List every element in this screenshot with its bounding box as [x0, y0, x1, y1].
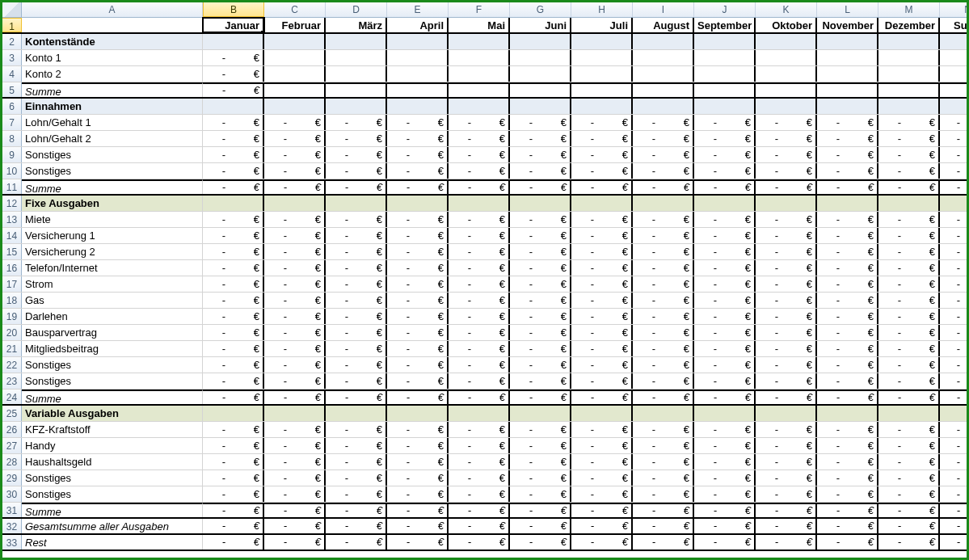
cell-K1[interactable]: Oktober: [756, 18, 817, 32]
row-label-30[interactable]: Sonstiges: [22, 486, 203, 502]
cell-D10[interactable]: -€: [326, 163, 387, 179]
row-header-19[interactable]: 19: [2, 309, 22, 324]
cell-J24[interactable]: -€: [694, 389, 756, 404]
cell-H10[interactable]: -€: [571, 163, 633, 179]
cell-L33[interactable]: -€: [817, 535, 878, 549]
section-title-12[interactable]: Fixe Ausgaben: [22, 196, 203, 211]
cell-H13[interactable]: -€: [571, 212, 633, 227]
cell-H14[interactable]: -€: [571, 228, 633, 243]
cell-E16[interactable]: -€: [387, 260, 449, 276]
cell-E6[interactable]: [387, 99, 449, 114]
row-header-20[interactable]: 20: [2, 325, 22, 340]
cell-E33[interactable]: -€: [387, 535, 449, 549]
cell-F22[interactable]: -€: [449, 357, 510, 373]
cell-N12[interactable]: [940, 196, 969, 211]
cell-L19[interactable]: -€: [817, 309, 878, 324]
cell-B19[interactable]: -€: [203, 309, 264, 324]
cell-D28[interactable]: -€: [326, 454, 387, 469]
cell-M33[interactable]: -€: [878, 535, 940, 549]
cell-I21[interactable]: -€: [633, 341, 694, 356]
cell-L27[interactable]: -€: [817, 438, 878, 453]
cell-N2[interactable]: [940, 34, 969, 49]
row-label-27[interactable]: Handy: [22, 438, 203, 453]
cell-N32[interactable]: -€: [940, 519, 969, 533]
cell-I13[interactable]: -€: [633, 212, 694, 227]
cell-K29[interactable]: -€: [756, 470, 817, 486]
cell-J14[interactable]: -€: [694, 228, 756, 243]
cell-N33[interactable]: -€: [940, 535, 969, 549]
cell-B21[interactable]: -€: [203, 341, 264, 356]
row-label-10[interactable]: Sonstiges: [22, 163, 203, 179]
cell-G17[interactable]: -€: [510, 276, 571, 292]
cell-G19[interactable]: -€: [510, 309, 571, 324]
cell-K5[interactable]: [756, 82, 817, 97]
cell-E3[interactable]: [387, 50, 449, 65]
cell-E25[interactable]: [387, 406, 449, 421]
cell-F20[interactable]: -€: [449, 325, 510, 340]
cell-C4[interactable]: [264, 66, 326, 82]
row-header-26[interactable]: 26: [2, 422, 22, 437]
cell-B31[interactable]: -€: [203, 503, 264, 517]
cell-E28[interactable]: -€: [387, 454, 449, 469]
cell-B2[interactable]: [203, 34, 264, 49]
cell-L23[interactable]: -€: [817, 373, 878, 389]
row-label-13[interactable]: Miete: [22, 212, 203, 227]
cell-K24[interactable]: -€: [756, 389, 817, 404]
cell-J21[interactable]: -€: [694, 341, 756, 356]
cell-D15[interactable]: -€: [326, 244, 387, 259]
cell-N11[interactable]: -€: [940, 179, 969, 194]
cell-F6[interactable]: [449, 99, 510, 114]
cell-I2[interactable]: [633, 34, 694, 49]
cell-H32[interactable]: -€: [571, 519, 633, 533]
cell-G5[interactable]: [510, 82, 571, 97]
cell-K30[interactable]: -€: [756, 486, 817, 502]
cell-B32[interactable]: -€: [203, 519, 264, 533]
cell-J29[interactable]: -€: [694, 470, 756, 486]
cell-I10[interactable]: -€: [633, 163, 694, 179]
cell-I22[interactable]: -€: [633, 357, 694, 373]
cell-F14[interactable]: -€: [449, 228, 510, 243]
cell-F7[interactable]: -€: [449, 115, 510, 130]
cell-H15[interactable]: -€: [571, 244, 633, 259]
cell-I24[interactable]: -€: [633, 389, 694, 404]
row-label-31[interactable]: Summe: [22, 503, 203, 517]
row-header-32[interactable]: 32: [2, 519, 22, 533]
column-header-M[interactable]: M: [878, 2, 940, 17]
cell-H18[interactable]: -€: [571, 293, 633, 308]
cell-C16[interactable]: -€: [264, 260, 326, 276]
cell-B15[interactable]: -€: [203, 244, 264, 259]
cell-D13[interactable]: -€: [326, 212, 387, 227]
cell-J33[interactable]: -€: [694, 535, 756, 549]
cell-M5[interactable]: [878, 82, 940, 97]
cell-K20[interactable]: -€: [756, 325, 817, 340]
cell-J27[interactable]: -€: [694, 438, 756, 453]
cell-K23[interactable]: -€: [756, 373, 817, 389]
cell-D24[interactable]: -€: [326, 389, 387, 404]
cell-K8[interactable]: -€: [756, 131, 817, 146]
row-header-8[interactable]: 8: [2, 131, 22, 146]
cell-C17[interactable]: -€: [264, 276, 326, 292]
cell-E17[interactable]: -€: [387, 276, 449, 292]
cell-H28[interactable]: -€: [571, 454, 633, 469]
cell-I27[interactable]: -€: [633, 438, 694, 453]
row-label-22[interactable]: Sonstiges: [22, 357, 203, 373]
cell-F26[interactable]: -€: [449, 422, 510, 437]
cell-L9[interactable]: -€: [817, 147, 878, 162]
cell-M7[interactable]: -€: [878, 115, 940, 130]
cell-H22[interactable]: -€: [571, 357, 633, 373]
cell-M2[interactable]: [878, 34, 940, 49]
cell-L3[interactable]: [817, 50, 878, 65]
cell-F24[interactable]: -€: [449, 389, 510, 404]
cell-D14[interactable]: -€: [326, 228, 387, 243]
cell-E30[interactable]: -€: [387, 486, 449, 502]
cell-C23[interactable]: -€: [264, 373, 326, 389]
cell-N24[interactable]: -€: [940, 389, 969, 404]
cell-C21[interactable]: -€: [264, 341, 326, 356]
cell-M23[interactable]: -€: [878, 373, 940, 389]
cell-B3[interactable]: -€: [203, 50, 264, 65]
cell-C8[interactable]: -€: [264, 131, 326, 146]
cell-B5[interactable]: -€: [203, 82, 264, 97]
cell-F31[interactable]: -€: [449, 503, 510, 517]
cell-E32[interactable]: -€: [387, 519, 449, 533]
cell-G3[interactable]: [510, 50, 571, 65]
